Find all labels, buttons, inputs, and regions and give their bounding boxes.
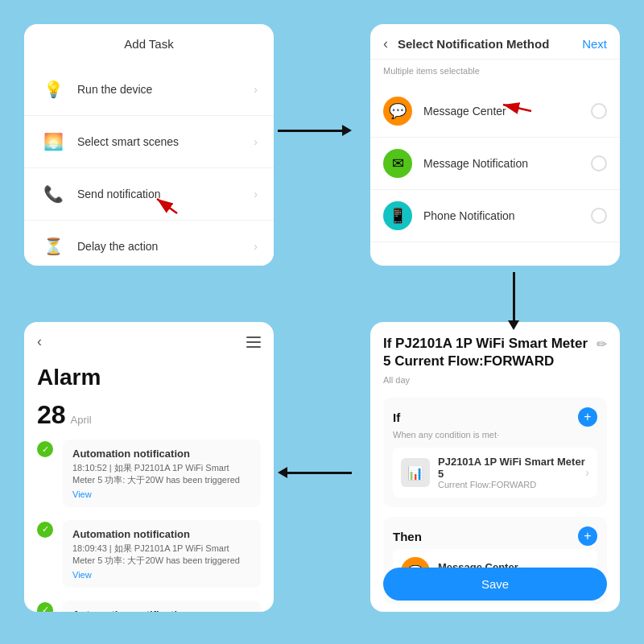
if-section: If + When any condition is met· 📊 PJ2101… (383, 398, 607, 507)
send-notification-arrow: › (254, 188, 258, 200)
phone-notification-icon: 📱 (383, 201, 412, 230)
add-task-title: Add Task (24, 24, 274, 64)
alarm-month: April (71, 414, 92, 426)
alarm-nav: ‹ (24, 322, 274, 361)
message-center-checkbox[interactable] (591, 103, 607, 119)
run-device-icon: 💡 (40, 76, 66, 102)
alarm-view-link-0[interactable]: View (72, 489, 251, 499)
alarm-panel: ‹ Alarm 28 April ✓ Automation notificati… (24, 322, 274, 612)
delay-action-label: Delay the action (77, 240, 254, 253)
next-button[interactable]: Next (582, 37, 607, 51)
notification-method-panel: ‹ Select Notification Method Next Multip… (370, 24, 620, 266)
hamburger-menu[interactable] (246, 336, 261, 348)
smart-scenes-icon: 🌅 (40, 129, 66, 155)
alarm-check-2: ✓ (37, 602, 53, 612)
alarm-check-0: ✓ (37, 441, 53, 457)
auto-title: If PJ2101A 1P WiFi Smart Meter 5 Current… (383, 335, 592, 370)
smart-scenes-arrow: › (254, 135, 258, 148)
save-button[interactable]: Save (383, 568, 607, 601)
smart-scenes-label: Select smart scenes (77, 135, 254, 148)
arrow-notif-to-auto (508, 272, 519, 330)
task-item-run-device[interactable]: 💡 Run the device › (24, 64, 274, 116)
if-section-sub: When any condition is met· (393, 430, 597, 440)
alarm-content-2: Automation notification 18:08:34 | 如果 PJ… (63, 601, 261, 612)
notification-header: ‹ Select Notification Method Next (370, 24, 620, 60)
send-notification-label: Send notification (77, 188, 254, 200)
run-device-label: Run the device (77, 83, 254, 96)
delay-action-arrow: › (254, 240, 258, 253)
notif-item-message-notification[interactable]: ✉ Message Notification (370, 138, 620, 190)
condition-detail: Current Flow:FORWARD (438, 480, 585, 489)
message-notification-checkbox[interactable] (591, 155, 607, 171)
alarm-content-0: Automation notification 18:10:52 | 如果 PJ… (63, 440, 261, 507)
then-section-header: Then + (393, 526, 597, 546)
notification-subtitle: Multiple items selectable (370, 60, 620, 85)
auto-edit-button[interactable]: ✏ (597, 336, 607, 352)
alarm-entry-title-2: Automation notification (72, 609, 251, 612)
run-device-arrow: › (254, 83, 258, 96)
if-section-title: If (393, 411, 400, 424)
alarm-back-button[interactable]: ‹ (37, 333, 42, 350)
phone-notification-checkbox[interactable] (591, 208, 607, 224)
alarm-title: Alarm (24, 361, 274, 397)
task-item-delay-action[interactable]: ⏳ Delay the action › (24, 221, 274, 266)
condition-arrow: › (585, 466, 589, 479)
message-notification-label: Message Notification (423, 157, 591, 170)
phone-notification-label: Phone Notification (423, 209, 591, 222)
message-center-icon: 💬 (383, 97, 412, 126)
alarm-entry-title-1: Automation notification (72, 528, 251, 540)
add-task-panel: Add Task 💡 Run the device › 🌅 Select sma… (24, 24, 274, 266)
task-list: 💡 Run the device › 🌅 Select smart scenes… (24, 64, 274, 266)
alarm-view-link-1[interactable]: View (72, 570, 251, 580)
task-item-send-notification[interactable]: 📞 Send notification › (24, 168, 274, 221)
condition-name: PJ2101A 1P WiFi Smart Meter 5 (438, 456, 585, 480)
if-add-button[interactable]: + (578, 407, 597, 427)
notif-item-phone-notification[interactable]: 📱 Phone Notification (370, 190, 620, 242)
condition-item[interactable]: 📊 PJ2101A 1P WiFi Smart Meter 5 Current … (393, 448, 597, 497)
notif-item-message-center[interactable]: 💬 Message Center (370, 85, 620, 138)
alarm-entry-desc-1: 18:09:43 | 如果 PJ2101A 1P WiFi Smart Mete… (72, 543, 251, 568)
arrow-auto-to-alarm (278, 467, 352, 478)
then-add-button[interactable]: + (578, 526, 597, 546)
condition-text: PJ2101A 1P WiFi Smart Meter 5 Current Fl… (438, 456, 585, 489)
back-button[interactable]: ‹ (383, 35, 388, 52)
arrow-task-to-notif (278, 125, 352, 136)
delay-action-icon: ⏳ (40, 233, 66, 259)
message-center-label: Message Center (423, 105, 591, 118)
alarm-entry-desc-0: 18:10:52 | 如果 PJ2101A 1P WiFi Smart Mete… (72, 462, 251, 487)
alarm-entry-title-0: Automation notification (72, 448, 251, 460)
alarm-day: 28 (37, 400, 66, 430)
alarm-entry-0: ✓ Automation notification 18:10:52 | 如果 … (37, 440, 261, 507)
condition-icon: 📊 (401, 458, 430, 487)
alarm-list: ✓ Automation notification 18:10:52 | 如果 … (24, 440, 274, 612)
send-notification-icon: 📞 (40, 181, 66, 207)
if-section-header: If + (393, 407, 597, 427)
auto-subtitle: All day (383, 375, 607, 385)
task-item-smart-scenes[interactable]: 🌅 Select smart scenes › (24, 116, 274, 168)
alarm-entry-2: ✓ Automation notification 18:08:34 | 如果 … (37, 601, 261, 612)
alarm-date: 28 April (24, 397, 274, 440)
then-section-title: Then (393, 530, 422, 543)
alarm-check-1: ✓ (37, 522, 53, 538)
message-notification-icon: ✉ (383, 149, 412, 178)
notification-title: Select Notification Method (398, 37, 582, 51)
automation-panel: If PJ2101A 1P WiFi Smart Meter 5 Current… (370, 322, 620, 612)
alarm-content-1: Automation notification 18:09:43 | 如果 PJ… (63, 520, 261, 588)
alarm-entry-1: ✓ Automation notification 18:09:43 | 如果 … (37, 520, 261, 588)
